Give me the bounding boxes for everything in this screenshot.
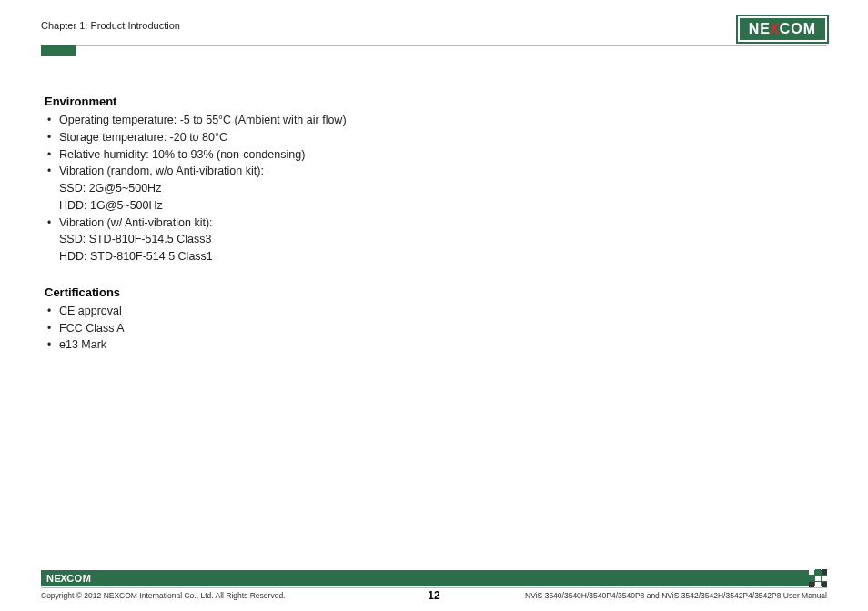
- section-title: Environment: [45, 95, 827, 108]
- logo-pre: NE: [749, 21, 771, 37]
- nexcom-logo-bottom: NEXCOM: [46, 573, 91, 584]
- list-item: e13 Mark: [45, 336, 827, 354]
- item-subline: HDD: 1G@5~500Hz: [59, 197, 827, 215]
- nexcom-logo-top: NEXCOM: [738, 16, 827, 42]
- item-text: e13 Mark: [59, 338, 106, 351]
- chapter-title: Chapter 1: Product Introduction: [41, 16, 180, 31]
- footer-squares-icon: [809, 569, 827, 587]
- copyright-text: Copyright © 2012 NEXCOM International Co…: [41, 591, 285, 600]
- item-text: Storage temperature: -20 to 80°C: [59, 131, 227, 144]
- header-divider: [41, 45, 827, 46]
- content-area: Environment Operating temperature: -5 to…: [41, 95, 827, 354]
- list-item: Relative humidity: 10% to 93% (non-conde…: [45, 146, 827, 164]
- list-item: CE approval: [45, 303, 827, 320]
- logo-post: COM: [66, 573, 91, 584]
- list-item: FCC Class A: [45, 320, 827, 337]
- list-item: Storage temperature: -20 to 80°C: [45, 129, 827, 146]
- item-subline: HDD: STD-810F-514.5 Class1: [59, 248, 827, 265]
- footer: NEXCOM Copyright © 2012 NEXCOM Internati…: [41, 570, 827, 600]
- footer-divider: [41, 587, 827, 588]
- section-environment: Environment Operating temperature: -5 to…: [45, 95, 827, 265]
- logo-pre: NE: [46, 573, 61, 584]
- model-info: NViS 3540/3540H/3540P4/3540P8 and NViS 3…: [525, 591, 827, 600]
- page-number: 12: [428, 589, 439, 602]
- list-item: Vibration (w/ Anti-vibration kit): SSD: …: [45, 215, 827, 265]
- section-title: Certifications: [45, 285, 827, 299]
- item-text: CE approval: [59, 305, 122, 317]
- item-text: Operating temperature: -5 to 55°C (Ambie…: [59, 114, 347, 126]
- item-subline: SSD: 2G@5~500Hz: [59, 180, 827, 197]
- section-certifications: Certifications CE approval FCC Class A e…: [45, 285, 827, 354]
- env-list: Operating temperature: -5 to 55°C (Ambie…: [45, 112, 827, 265]
- item-text: Relative humidity: 10% to 93% (non-conde…: [59, 148, 305, 161]
- item-text: Vibration (random, w/o Anti-vibration ki…: [59, 165, 264, 177]
- cert-list: CE approval FCC Class A e13 Mark: [45, 303, 827, 354]
- item-subline: SSD: STD-810F-514.5 Class3: [59, 231, 827, 248]
- logo-post: COM: [780, 21, 816, 37]
- list-item: Vibration (random, w/o Anti-vibration ki…: [45, 163, 827, 214]
- item-text: FCC Class A: [59, 322, 125, 335]
- footer-bar: NEXCOM: [41, 570, 827, 586]
- item-text: Vibration (w/ Anti-vibration kit):: [59, 216, 213, 229]
- header-tab-accent: [41, 45, 76, 56]
- list-item: Operating temperature: -5 to 55°C (Ambie…: [45, 112, 827, 129]
